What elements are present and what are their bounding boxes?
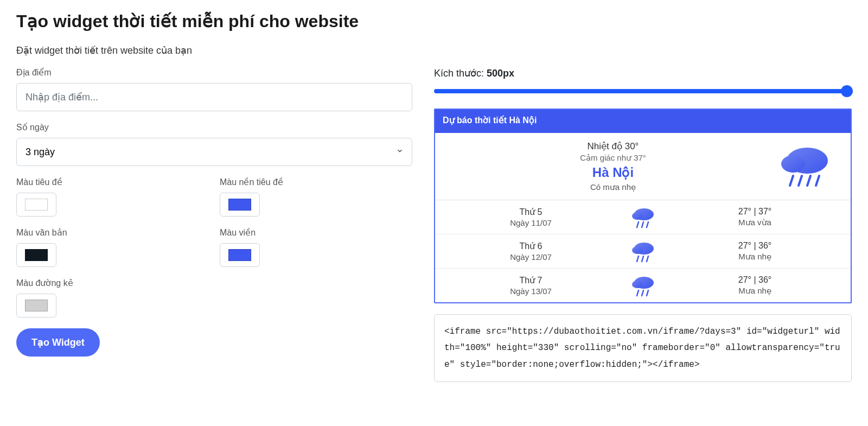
- title-bg-picker[interactable]: [220, 193, 260, 217]
- svg-line-14: [642, 256, 643, 262]
- form-panel: Địa điểm Số ngày 3 ngày Màu tiêu đề: [16, 67, 412, 382]
- svg-line-8: [637, 222, 639, 227]
- svg-line-13: [637, 256, 639, 262]
- rain-cloud-icon: [610, 206, 675, 228]
- svg-point-12: [632, 246, 643, 254]
- line-color-label: Màu đường kẻ: [16, 278, 412, 288]
- title-color-picker[interactable]: [16, 193, 56, 217]
- svg-line-18: [637, 290, 639, 296]
- size-label-row: Kích thước: 500px: [434, 67, 852, 79]
- forecast-date: Ngày 13/07: [451, 287, 610, 296]
- rain-cloud-icon: [610, 274, 675, 297]
- text-color-label: Màu văn bản: [16, 227, 209, 238]
- svg-point-7: [632, 212, 643, 220]
- size-slider[interactable]: [434, 85, 852, 98]
- line-color-picker[interactable]: [16, 294, 56, 317]
- forecast-row: Thứ 6 Ngày 12/07 27° | 36° Mưa nhẹ: [435, 234, 851, 268]
- title-bg-label: Màu nền tiêu đề: [220, 177, 412, 187]
- svg-line-20: [647, 290, 648, 296]
- svg-line-3: [799, 176, 802, 186]
- slider-thumb[interactable]: [841, 85, 853, 97]
- text-color-swatch: [25, 249, 48, 261]
- forecast-temps: 27° | 37°: [675, 207, 834, 217]
- location-input[interactable]: [16, 83, 412, 111]
- page-subtitle: Đặt widget thời tiết trên website của bạ…: [16, 44, 852, 56]
- line-color-swatch: [25, 300, 48, 311]
- page-title: Tạo widget thời tiết miễn phí cho websit…: [16, 11, 852, 31]
- forecast-temps: 27° | 36°: [675, 241, 834, 251]
- forecast-dow: Thứ 5: [451, 207, 610, 217]
- border-color-swatch: [228, 249, 251, 261]
- current-weather-row: Nhiệt độ 30° Cảm giác như 37° Hà Nội Có …: [435, 133, 851, 200]
- forecast-row: Thứ 7 Ngày 13/07 27° | 36° Mưa nhẹ: [435, 268, 851, 302]
- svg-line-4: [807, 176, 810, 186]
- svg-point-1: [781, 155, 805, 173]
- title-color-label: Màu tiêu đề: [16, 177, 209, 187]
- current-feels: Cảm giác như 37°: [451, 153, 775, 163]
- days-label: Số ngày: [16, 122, 412, 132]
- current-temp: Nhiệt độ 30°: [451, 141, 775, 152]
- forecast-temps: 27° | 36°: [675, 275, 834, 285]
- forecast-condition: Mưa vừa: [675, 218, 834, 227]
- svg-point-17: [632, 281, 643, 288]
- size-value: 500px: [487, 68, 514, 79]
- widget-header: Dự báo thời tiết Hà Nội: [435, 110, 851, 133]
- forecast-date: Ngày 11/07: [451, 218, 610, 227]
- rain-cloud-icon: [610, 240, 675, 263]
- border-color-picker[interactable]: [220, 243, 260, 267]
- forecast-date: Ngày 12/07: [451, 252, 610, 262]
- text-color-picker[interactable]: [16, 243, 56, 267]
- title-color-swatch: [25, 199, 48, 211]
- svg-line-19: [642, 290, 643, 296]
- svg-line-2: [790, 176, 793, 186]
- svg-line-5: [816, 176, 819, 186]
- title-bg-swatch: [228, 199, 251, 211]
- current-city: Hà Nội: [451, 165, 775, 180]
- forecast-dow: Thứ 6: [451, 241, 610, 251]
- forecast-condition: Mưa nhẹ: [675, 286, 834, 296]
- svg-line-15: [647, 256, 648, 262]
- forecast-dow: Thứ 7: [451, 275, 610, 285]
- slider-track: [434, 89, 852, 93]
- location-label: Địa điểm: [16, 67, 412, 78]
- svg-line-10: [647, 222, 648, 227]
- forecast-condition: Mưa nhẹ: [675, 252, 834, 262]
- svg-line-9: [642, 222, 643, 227]
- border-color-label: Màu viền: [220, 227, 412, 238]
- preview-panel: Kích thước: 500px Dự báo thời tiết Hà Nộ…: [434, 67, 852, 382]
- days-select[interactable]: 3 ngày: [16, 138, 412, 166]
- current-condition: Có mưa nhẹ: [451, 182, 775, 192]
- rain-cloud-icon: [775, 141, 834, 192]
- embed-code-box[interactable]: <iframe src="https://dubaothoitiet.com.v…: [434, 314, 852, 382]
- weather-widget-preview: Dự báo thời tiết Hà Nội Nhiệt độ 30° Cảm…: [434, 109, 852, 303]
- size-label: Kích thước:: [434, 68, 487, 79]
- create-widget-button[interactable]: Tạo Widget: [16, 328, 100, 357]
- forecast-row: Thứ 5 Ngày 11/07 27° | 37° Mưa vừa: [435, 200, 851, 234]
